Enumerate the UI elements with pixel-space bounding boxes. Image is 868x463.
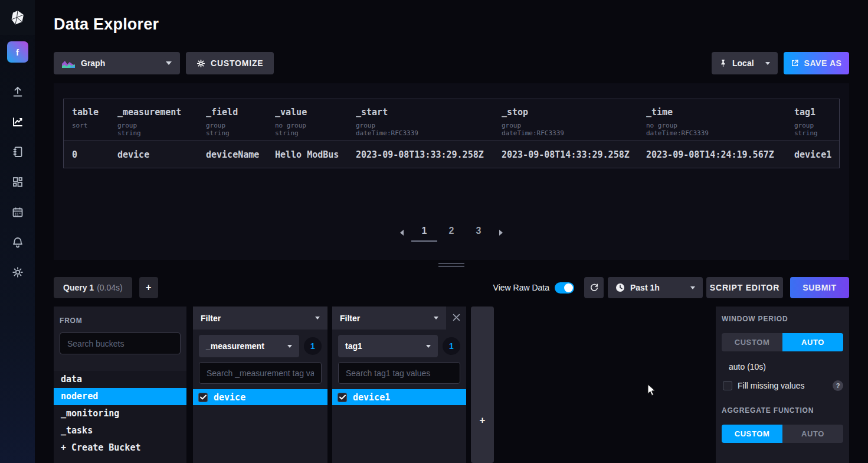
tag1-search-input[interactable] — [338, 362, 460, 384]
sidebar-item-alerts[interactable] — [0, 227, 35, 257]
bucket-item-nodered[interactable]: nodered — [54, 388, 186, 405]
checkbox-checked-icon[interactable] — [198, 393, 208, 402]
sidebar-item-notebooks[interactable] — [0, 136, 35, 167]
time-range-dropdown[interactable]: Past 1h — [608, 277, 703, 298]
sidebar-item-data-explorer[interactable] — [0, 106, 35, 136]
measurement-search-input[interactable] — [199, 362, 322, 384]
filter-type-dropdown[interactable]: Filter — [193, 307, 327, 330]
from-header: FROM — [54, 307, 186, 325]
tag-value-list: device — [193, 389, 327, 405]
sidebar-item-tasks[interactable] — [0, 197, 35, 227]
from-title: FROM — [60, 317, 83, 325]
column-header-value[interactable]: _value no group string — [275, 99, 356, 141]
aggregate-custom-button[interactable]: CUSTOM — [722, 425, 782, 443]
add-filter-card-button[interactable]: + — [471, 307, 494, 463]
cell-field: deviceName — [206, 141, 275, 168]
create-bucket-button[interactable]: + Create Bucket — [54, 439, 186, 457]
column-header-measurement[interactable]: _measurement group string — [117, 99, 206, 141]
query-toolbar: Query 1 (0.04s) + View Raw Data Past 1h … — [54, 277, 849, 298]
user-avatar[interactable]: f — [7, 41, 28, 63]
active-page-underline — [411, 240, 437, 242]
bucket-item-data[interactable]: data — [54, 371, 186, 388]
checkbox-checked-icon[interactable] — [338, 393, 347, 402]
save-as-button[interactable]: SAVE AS — [784, 52, 849, 74]
raw-data-table: table sort _measurement group string _fi… — [63, 99, 840, 168]
cell-tag1: device1 — [794, 141, 840, 168]
remove-filter-button[interactable] — [446, 313, 466, 323]
fill-missing-values-label: Fill missing values — [738, 381, 805, 390]
chevron-down-icon — [434, 317, 438, 319]
save-as-label: SAVE AS — [804, 58, 841, 68]
bucket-search-input[interactable] — [60, 332, 181, 354]
influxdb-logo[interactable] — [0, 0, 35, 35]
submit-button[interactable]: SUBMIT — [790, 277, 849, 298]
table-header-row: table sort _measurement group string _fi… — [64, 99, 839, 141]
tag-key-dropdown-measurement[interactable]: _measurement — [199, 335, 299, 357]
raw-data-panel: table sort _measurement group string _fi… — [54, 83, 849, 260]
toggle-knob — [564, 283, 573, 292]
cell-value: Hello ModBus — [275, 141, 356, 168]
chevron-down-icon — [765, 62, 770, 65]
selected-count-badge: 1 — [443, 337, 460, 355]
column-header-tag1[interactable]: tag1 group string — [794, 99, 840, 141]
filter-type-dropdown[interactable]: Filter — [332, 307, 446, 330]
aggregate-auto-button[interactable]: AUTO — [782, 425, 843, 443]
dashboards-icon — [11, 175, 24, 188]
close-icon — [453, 314, 460, 321]
next-page-button[interactable] — [499, 226, 503, 236]
cell-time: 2023-09-08T14:24:19.567Z — [646, 141, 794, 168]
table-row: 0 device deviceName Hello ModBus 2023-09… — [64, 141, 839, 168]
window-period-segmented: CUSTOM AUTO — [722, 333, 843, 351]
time-range-label: Past 1h — [630, 283, 660, 292]
window-period-auto-button[interactable]: AUTO — [782, 333, 843, 351]
column-header-time[interactable]: _time no group dateTime:RFC3339 — [646, 99, 794, 141]
sidebar-item-dashboards[interactable] — [0, 167, 35, 197]
checkbox-unchecked-icon[interactable] — [723, 381, 732, 390]
window-period-custom-button[interactable]: CUSTOM — [722, 333, 782, 351]
selected-count-badge: 1 — [304, 337, 322, 355]
add-query-button[interactable]: + — [139, 277, 158, 298]
view-raw-data-label: View Raw Data — [493, 283, 549, 292]
controls-spacer — [280, 52, 706, 74]
customize-button[interactable]: CUSTOMIZE — [186, 52, 274, 74]
tag-value-device[interactable]: device — [193, 389, 327, 405]
cell-measurement: device — [117, 141, 206, 168]
refresh-button[interactable] — [584, 277, 604, 298]
column-header-start[interactable]: _start group dateTime:RFC3339 — [356, 99, 502, 141]
sidebar-item-load-data[interactable] — [0, 76, 35, 106]
help-icon[interactable]: ? — [833, 380, 843, 391]
sidebar-item-settings[interactable] — [0, 257, 35, 287]
local-label: Local — [732, 58, 754, 68]
query-tab-1[interactable]: Query 1 (0.04s) — [54, 277, 132, 298]
page-button-2[interactable]: 2 — [445, 226, 458, 242]
graph-type-icon — [62, 59, 75, 68]
clock-icon — [615, 283, 625, 292]
tag-key-dropdown-tag1[interactable]: tag1 — [338, 335, 438, 357]
bucket-item-monitoring[interactable]: _monitoring — [54, 405, 186, 422]
visualization-type-dropdown[interactable]: Graph — [54, 52, 180, 74]
page-button-3[interactable]: 3 — [472, 226, 485, 242]
line-chart-icon — [11, 115, 24, 128]
aggregate-function-title: AGGREGATE FUNCTION — [722, 406, 843, 415]
influxdb-cube-icon — [10, 10, 25, 25]
view-raw-data-toggle[interactable] — [555, 282, 574, 294]
script-editor-button[interactable]: SCRIPT EDITOR — [706, 277, 783, 298]
tag-value-device1[interactable]: device1 — [332, 389, 466, 405]
local-dropdown[interactable]: Local — [712, 52, 778, 74]
window-period-panel: WINDOW PERIOD CUSTOM AUTO auto (10s) Fil… — [716, 307, 849, 463]
column-header-field[interactable]: _field group string — [206, 99, 275, 141]
plus-icon: + — [471, 415, 494, 426]
aggregate-segmented: CUSTOM AUTO — [722, 425, 843, 443]
graph-dropdown-label: Graph — [81, 58, 105, 68]
panel-resize-handle[interactable] — [438, 263, 464, 269]
column-header-table[interactable]: table sort — [64, 99, 117, 141]
prev-page-button[interactable] — [400, 226, 404, 236]
fill-missing-values-row: Fill missing values ? — [722, 380, 843, 391]
bell-icon — [11, 236, 24, 249]
page-title: Data Explorer — [54, 15, 159, 34]
bucket-item-tasks[interactable]: _tasks — [54, 422, 186, 439]
query-tab-label: Query 1 — [63, 283, 94, 292]
viz-controls-row: Graph CUSTOMIZE Local SAVE AS — [54, 52, 849, 74]
column-header-stop[interactable]: _stop group dateTime:RFC3339 — [502, 99, 646, 141]
page-button-1[interactable]: 1 — [418, 226, 431, 242]
